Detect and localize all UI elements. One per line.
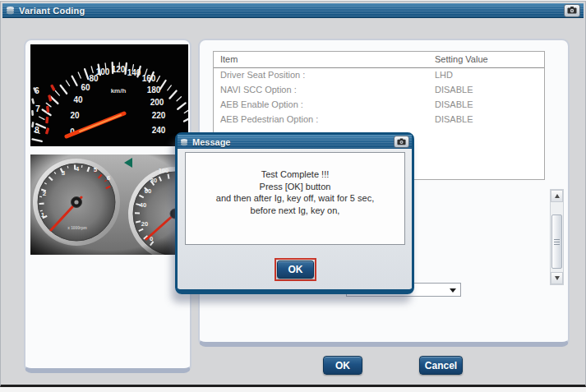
down-arrow-icon xyxy=(555,276,560,280)
gauge-image-panel: 020406080100120140160180200220240678km/h… xyxy=(24,39,191,373)
svg-text:8: 8 xyxy=(35,125,39,135)
camera-icon xyxy=(397,138,406,145)
item-label: Driver Seat Position : xyxy=(220,70,305,80)
cancel-button[interactable]: Cancel xyxy=(419,356,463,375)
svg-text:km/h: km/h xyxy=(111,87,127,95)
scrollbar-thumb[interactable] xyxy=(551,214,562,269)
variant-coding-window: Variant Coding 0204060801001201401601802… xyxy=(0,1,586,387)
up-arrow-icon xyxy=(555,194,560,198)
dialog-app-icon xyxy=(180,138,188,146)
item-label: AEB Enable Option : xyxy=(220,99,303,109)
dialog-ok-button[interactable]: OK xyxy=(277,261,314,279)
table-row[interactable]: Driver Seat Position :LHD xyxy=(214,68,544,83)
window-titlebar: Variant Coding xyxy=(2,3,584,18)
app-icon xyxy=(6,6,15,15)
chevron-down-icon xyxy=(450,288,456,293)
setting-value: DISABLE xyxy=(435,85,473,95)
dialog-message: Test Complete !!!Press [OK] buttonand th… xyxy=(185,152,405,245)
svg-text:100: 100 xyxy=(96,67,110,76)
item-label: AEB Pedestrian Option : xyxy=(220,114,318,124)
setting-value: LHD xyxy=(435,70,453,80)
camera-icon xyxy=(567,7,577,14)
message-line: Press [OK] button xyxy=(186,181,404,193)
setting-value: DISABLE xyxy=(435,114,473,124)
window-title: Variant Coding xyxy=(19,6,85,16)
item-label: NAVI SCC Option : xyxy=(220,85,297,95)
svg-text:40: 40 xyxy=(73,95,83,104)
dialog-titlebar: Message xyxy=(178,135,412,149)
message-dialog: Message Test Complete !!!Press [OK] butt… xyxy=(175,132,414,294)
column-header-item: Item xyxy=(220,54,238,64)
svg-text:160: 160 xyxy=(142,74,156,83)
table-row[interactable]: AEB Enable Option :DISABLE xyxy=(214,98,544,113)
settings-table-header: Item Setting Value xyxy=(214,52,544,68)
screen: Variant Coding 0204060801001201401601802… xyxy=(0,0,586,392)
svg-text:20: 20 xyxy=(70,111,80,120)
instrument-cluster-photo: 020406080100123456x 1000rpm xyxy=(30,154,188,255)
message-line: and then after Ig, key off, wait for 5 s… xyxy=(186,192,404,205)
grip-icon xyxy=(554,239,560,245)
settings-table-body: Driver Seat Position :LHDNAVI SCC Option… xyxy=(214,68,544,127)
scroll-down-button[interactable] xyxy=(551,272,563,284)
column-header-setting-value: Setting Value xyxy=(435,54,488,64)
svg-text:240: 240 xyxy=(152,126,166,135)
ok-button[interactable]: OK xyxy=(323,356,362,375)
setting-value: DISABLE xyxy=(435,99,473,109)
speedometer-photo: 020406080100120140160180200220240678km/h xyxy=(30,44,188,146)
svg-text:180: 180 xyxy=(147,85,161,95)
scroll-up-button[interactable] xyxy=(551,190,563,202)
message-line: Test Complete !!! xyxy=(186,168,404,181)
table-row[interactable]: NAVI SCC Option :DISABLE xyxy=(214,83,544,98)
svg-text:120: 120 xyxy=(112,65,126,74)
screen-capture-button[interactable] xyxy=(564,4,580,17)
ok-button-highlight: OK xyxy=(275,258,316,281)
dialog-capture-button[interactable] xyxy=(394,136,409,148)
svg-text:60: 60 xyxy=(81,83,90,92)
table-row[interactable]: AEB Pedestrian Option :DISABLE xyxy=(214,113,544,127)
svg-text:140: 140 xyxy=(127,68,141,77)
vertical-scrollbar[interactable] xyxy=(550,189,564,285)
svg-text:220: 220 xyxy=(152,111,166,120)
svg-text:7: 7 xyxy=(35,104,40,113)
dialog-title: Message xyxy=(192,137,230,147)
svg-text:200: 200 xyxy=(150,98,164,107)
message-line: before next Ig, key on, xyxy=(186,205,404,217)
